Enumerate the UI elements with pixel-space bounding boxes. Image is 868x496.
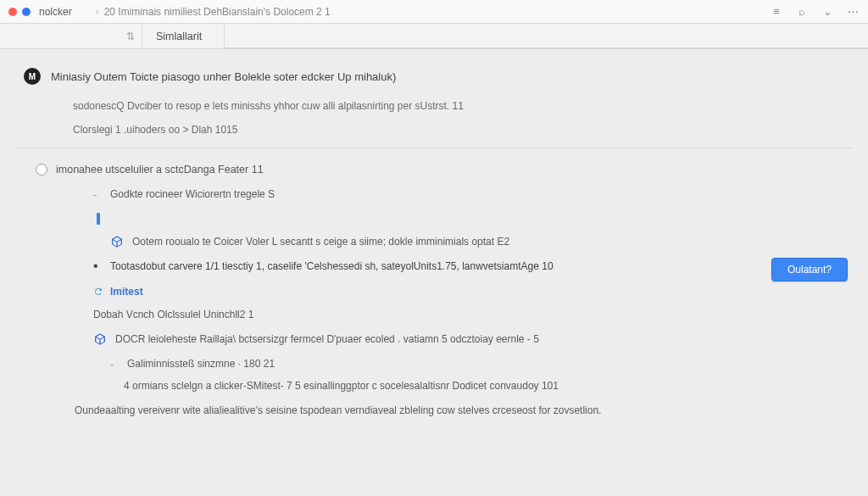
subsection-label: Imitest bbox=[93, 286, 143, 298]
avatar: M bbox=[24, 68, 41, 85]
dash-bullet-icon: - bbox=[93, 187, 102, 203]
package-icon bbox=[93, 332, 107, 346]
sub-detail-title: Galiminnissteß sinzmne · 180 21 bbox=[127, 357, 275, 371]
list-item: Ootem rooualo te Coicer Voler L secantt … bbox=[132, 235, 509, 249]
sub-item: DOCR leioleheste Raillaja\ bctsersizgr f… bbox=[115, 332, 539, 347]
chevron-down-icon[interactable]: ⌄ bbox=[821, 5, 834, 19]
more-icon[interactable]: ⋯ bbox=[846, 5, 860, 19]
meta-line-1: sodonescQ Dvciber to resop e lets miniss… bbox=[73, 100, 853, 112]
minimize-window-dot[interactable] bbox=[22, 8, 31, 16]
app-window: nolcker › 20 Imiminais nimiliest DehBian… bbox=[0, 0, 868, 496]
alert-icon bbox=[93, 213, 103, 225]
refresh-icon bbox=[93, 287, 103, 297]
content-area: M Miniasiy Outem Toicte piasogo unher Bo… bbox=[0, 49, 868, 496]
window-controls bbox=[8, 8, 31, 16]
list-item: Godkte rocineer Wiciorertn tregele S bbox=[110, 187, 275, 202]
titlebar: nolcker › 20 Imiminais nimiliest DehBian… bbox=[0, 0, 868, 24]
menu-icon[interactable]: ≡ bbox=[770, 5, 783, 19]
tab-active[interactable]: Simlallarit bbox=[142, 24, 225, 48]
tab-bar-space bbox=[225, 24, 868, 48]
page-title: Miniasiy Outem Toicte piasogo unher Bole… bbox=[51, 70, 396, 83]
sub-item: Dobah Vcnch Olclssulel Uninchll2 1 bbox=[93, 308, 253, 322]
list-item: Tootasdobut carvere 1/1 tiesctiy 1, case… bbox=[110, 259, 554, 274]
radio-unchecked-icon[interactable] bbox=[36, 164, 47, 176]
chevron-right-icon: › bbox=[96, 6, 99, 18]
footer-line: Oundeaalting vereivenr wite alialiealiti… bbox=[75, 404, 853, 418]
tab-list-icon[interactable]: ⇅ bbox=[119, 24, 142, 48]
breadcrumb: › 20 Imiminais nimiliest DehBianslain's … bbox=[96, 6, 331, 18]
tab-bar: ⇅ Simlallarit bbox=[0, 24, 868, 49]
dash-bullet-icon: - bbox=[110, 357, 119, 372]
section-heading: imonahee utscelulier a sctcDanga Feater … bbox=[56, 164, 264, 176]
meta-line-2: Clorslegi 1 .uihoders oo > Dlah 1015 bbox=[73, 124, 853, 136]
close-window-dot[interactable] bbox=[8, 8, 17, 16]
breadcrumb-text: 20 Imiminais nimiliest DehBianslain's Do… bbox=[104, 6, 331, 18]
search-icon[interactable]: ⌕ bbox=[795, 5, 809, 19]
package-icon bbox=[110, 235, 124, 248]
primary-action-button[interactable]: Oulatant? bbox=[771, 258, 848, 281]
dot-bullet-icon: • bbox=[93, 259, 102, 273]
divider bbox=[15, 148, 853, 148]
tab-label: Simlallarit bbox=[156, 31, 202, 42]
app-name: nolcker bbox=[39, 6, 72, 18]
sub-detail-line: 4 ormians sclelgn a clicker-SMitest- 7 5… bbox=[124, 379, 559, 393]
